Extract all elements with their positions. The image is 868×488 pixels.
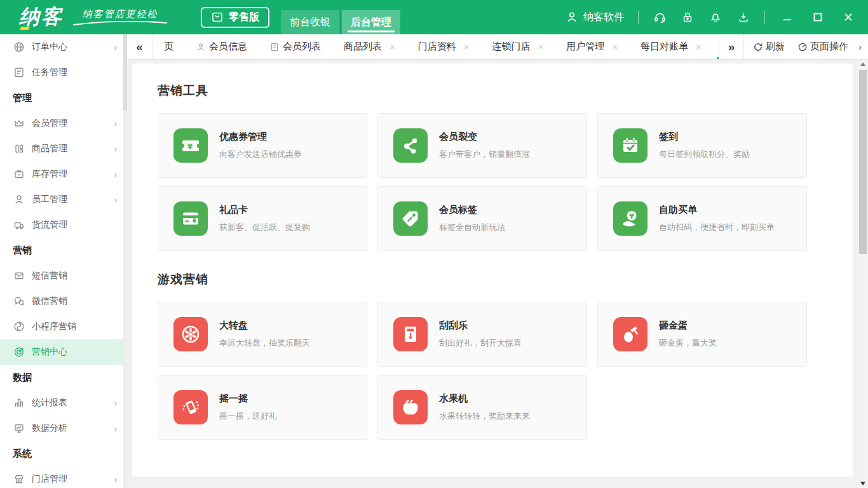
- main-nav: 前台收银 后台管理: [280, 0, 402, 34]
- crown-icon: [13, 117, 25, 130]
- actions-more-button[interactable]: ›: [856, 41, 864, 52]
- sidebar-item-logistics-management[interactable]: 货流管理: [0, 212, 127, 238]
- minimize-button[interactable]: [779, 10, 796, 24]
- tab-close-icon[interactable]: ×: [612, 41, 618, 52]
- chevron-right-icon: ›: [114, 43, 117, 52]
- tab-member-list[interactable]: 会员列表: [262, 34, 329, 59]
- download-icon[interactable]: [736, 10, 750, 24]
- card-desc: 刮出好礼，刮开大惊喜: [439, 337, 522, 349]
- card-member-fission[interactable]: 会员裂变 客户带客户，销量翻倍涨: [377, 113, 587, 178]
- tab-home-partial[interactable]: 页: [156, 34, 181, 59]
- tabs-scroll-right-button[interactable]: »: [719, 34, 744, 59]
- nav-tab-backoffice[interactable]: 后台管理: [342, 10, 400, 34]
- maximize-button[interactable]: [810, 10, 826, 24]
- sidebar-item-inventory-management[interactable]: 库存管理 ›: [0, 161, 127, 187]
- sidebar-item-miniprogram-marketing[interactable]: 小程序营销: [0, 314, 127, 339]
- user-icon: [196, 43, 205, 51]
- sidebar-item-sms-marketing[interactable]: 短信营销: [0, 263, 127, 288]
- tag-icon: [393, 201, 428, 236]
- sidebar-scrollbar[interactable]: [123, 34, 127, 488]
- card-coupon-management[interactable]: ¥ 优惠券管理 向客户发送店铺优惠券: [158, 113, 367, 178]
- sidebar-item-staff-management[interactable]: 员工管理 ›: [0, 187, 127, 212]
- marketing-tools-cards: ¥ 优惠券管理 向客户发送店铺优惠券 会员裂变 客户带客户，销量: [158, 113, 836, 251]
- sidebar-item-product-management[interactable]: 商品管理 ›: [0, 136, 127, 161]
- page-operations-button[interactable]: 页面操作: [792, 41, 853, 53]
- card-title: 自助买单: [659, 204, 775, 216]
- sidebar-item-task-management[interactable]: 任务管理: [0, 60, 127, 85]
- tab-store-profile[interactable]: 门店资料 ×: [410, 34, 477, 59]
- card-self-checkout[interactable]: ¥ 自助买单 自助扫码，便捷省时，即刻买单: [597, 186, 807, 251]
- sidebar-item-data-analysis[interactable]: 数据分析 ›: [0, 416, 127, 441]
- scratch-icon: [393, 317, 428, 351]
- staff-icon: [13, 193, 25, 206]
- card-shake[interactable]: 摇一摇 摇一摇，送好礼: [158, 375, 367, 440]
- scroll-up-arrow[interactable]: [858, 60, 868, 69]
- share-icon: [393, 128, 428, 163]
- account-menu[interactable]: 纳客软件: [566, 11, 624, 24]
- task-icon: [13, 66, 25, 79]
- svg-text:¥: ¥: [187, 142, 193, 151]
- lock-icon[interactable]: [681, 10, 695, 24]
- card-title: 砸金蛋: [659, 320, 717, 332]
- tab-product-list[interactable]: 商品列表 ×: [336, 34, 403, 59]
- document-tabbar: « 页 会员信息 会员列表 商品列表 × 门店资料: [127, 34, 868, 60]
- sidebar-item-statistics-reports[interactable]: 统计报表 ›: [0, 390, 127, 416]
- card-desc: 自助扫码，便捷省时，即刻买单: [659, 222, 775, 233]
- tab-daily-statement[interactable]: 每日对账单 ×: [633, 34, 709, 59]
- tab-close-icon[interactable]: ×: [390, 41, 395, 52]
- card-desc: 客户带客户，销量翻倍涨: [439, 149, 530, 160]
- card-golden-egg[interactable]: 砸金蛋 砸金蛋，赢大奖: [597, 302, 807, 367]
- game-marketing-cards: 大转盘 幸运大转盘，抽奖乐翻天 刮刮乐 刮出好礼，刮开大惊喜: [158, 302, 836, 440]
- card-title: 签到: [659, 131, 750, 143]
- nav-tab-cashier[interactable]: 前台收银: [281, 10, 339, 34]
- refresh-button[interactable]: 刷新: [748, 41, 790, 53]
- tab-user-management[interactable]: 用户管理 ×: [559, 34, 625, 59]
- tab-close-icon[interactable]: ×: [464, 41, 470, 52]
- card-lucky-wheel[interactable]: 大转盘 幸运大转盘，抽奖乐翻天: [158, 302, 367, 367]
- card-gift-card[interactable]: 礼品卡 获新客、促活跃、提复购: [158, 186, 367, 251]
- sidebar-item-member-management[interactable]: 会员管理 ›: [0, 111, 127, 136]
- card-title: 会员裂变: [439, 131, 530, 143]
- card-fruit-machine[interactable]: 水果机 水果转转转，奖励来来来: [377, 375, 587, 440]
- close-button[interactable]: [840, 10, 857, 24]
- tab-member-info[interactable]: 会员信息: [189, 34, 255, 59]
- card-title: 大转盘: [219, 320, 310, 332]
- sidebar-section-management: 管理: [0, 85, 127, 111]
- slogan-swoosh: [72, 21, 168, 26]
- scrollbar-thumb[interactable]: [859, 70, 867, 254]
- tab-marketing-center[interactable]: 营销中心 ×: [717, 34, 719, 59]
- card-member-tags[interactable]: 会员标签 标签全自动新玩法: [377, 186, 587, 251]
- topbar: 纳客 纳客管店更轻松 零售版 前台收银 后台管理 纳客软件: [0, 0, 868, 34]
- marketing-center-panel: 营销工具 ¥ 优惠券管理 向客户发送店铺优惠券: [132, 64, 853, 477]
- open-tabs: 页 会员信息 会员列表 商品列表 × 门店资料 ×: [153, 34, 719, 59]
- edition-badge[interactable]: 零售版: [201, 7, 269, 28]
- bell-icon[interactable]: [709, 10, 722, 24]
- sidebar-item-marketing-center[interactable]: 营销中心: [0, 339, 127, 365]
- card-title: 摇一摇: [219, 393, 277, 405]
- sidebar-item-wechat-marketing[interactable]: 微信营销: [0, 288, 127, 314]
- barchart-icon: [13, 396, 25, 409]
- tabbar-actions: 刷新 页面操作 ›: [744, 34, 868, 59]
- card-title: 会员标签: [439, 204, 505, 216]
- truck-icon: [13, 219, 25, 231]
- card-title: 优惠券管理: [219, 131, 302, 143]
- globe-icon: [13, 41, 25, 53]
- sidebar-item-order-center[interactable]: 订单中心 ›: [0, 34, 127, 60]
- chevron-right-icon: ›: [114, 170, 117, 179]
- sidebar-item-store-management[interactable]: 门店管理 ›: [0, 466, 127, 488]
- tab-close-icon[interactable]: ×: [696, 41, 702, 52]
- giftcard-icon: [173, 201, 208, 236]
- card-desc: 砸金蛋，赢大奖: [659, 337, 717, 349]
- tab-chain-stores[interactable]: 连锁门店 ×: [485, 34, 552, 59]
- divider: [638, 11, 639, 24]
- card-checkin[interactable]: 签到 每日签到领取积分、奖励: [597, 113, 807, 178]
- scroll-down-arrow[interactable]: [858, 479, 868, 488]
- card-scratch-card[interactable]: 刮刮乐 刮出好礼，刮开大惊喜: [377, 302, 587, 367]
- card-desc: 摇一摇，送好礼: [219, 410, 277, 422]
- tab-close-icon[interactable]: ×: [538, 41, 544, 52]
- tabs-scroll-left-button[interactable]: «: [127, 34, 153, 59]
- card-desc: 向客户发送店铺优惠券: [219, 149, 302, 160]
- main-scrollbar[interactable]: [858, 60, 868, 488]
- shopping-bag-icon: [211, 11, 224, 24]
- headset-icon[interactable]: [653, 10, 667, 24]
